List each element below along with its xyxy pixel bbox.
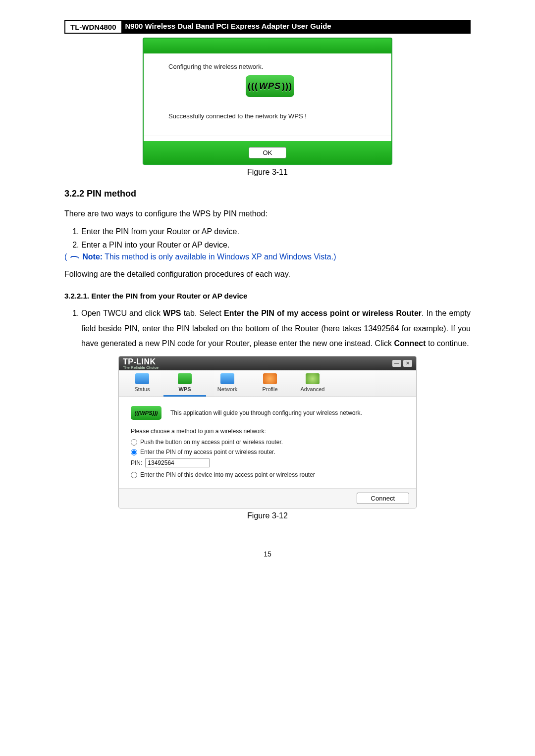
window-controls: — ✕ — [392, 360, 412, 367]
twcu-tab-bar: Status WPS Network Profile Advanced — [119, 370, 416, 397]
radio-push-button[interactable]: Push the button on my access point or wi… — [131, 439, 404, 446]
step-1: Open TWCU and click WPS tab. Select Ente… — [81, 306, 471, 351]
radio-enter-into-router[interactable]: Enter the PIN of this device into my acc… — [131, 471, 404, 478]
brand-logo: TP-LINK — [123, 357, 156, 366]
steps-list: Open TWCU and click WPS tab. Select Ente… — [64, 306, 471, 351]
choose-method-text: Please choose a method to join a wireles… — [131, 428, 404, 435]
header-title: N900 Wireless Dual Band PCI Express Adap… — [122, 20, 471, 33]
tab-advanced[interactable]: Advanced — [291, 373, 334, 397]
radio-push-input[interactable] — [131, 439, 137, 446]
twcu-wps-dialog: TP-LINK The Reliable Choice — ✕ Status W… — [118, 356, 417, 508]
tab-status[interactable]: Status — [121, 373, 163, 397]
note-hand-icon — [69, 253, 80, 260]
wps-success-text: Successfully connected to the network by… — [168, 112, 372, 121]
network-icon — [220, 373, 234, 384]
note-line: ( Note: This method is only available in… — [64, 252, 471, 261]
status-icon — [135, 373, 149, 384]
section-heading: 3.2.2 PIN method — [64, 189, 471, 199]
pin-label: PIN: — [131, 459, 142, 466]
profile-icon — [263, 373, 277, 384]
header-model: TL-WDN4800 — [64, 20, 122, 33]
radio-into-input[interactable] — [131, 472, 137, 478]
configuring-text: Configuring the wireless network. — [168, 62, 372, 71]
advanced-icon — [306, 373, 320, 384]
tab-network[interactable]: Network — [206, 373, 249, 397]
dialog-titlebar — [144, 39, 391, 53]
figure-caption-1: Figure 3-11 — [64, 168, 471, 177]
way-item-2: Enter a PIN into your Router or AP devic… — [81, 238, 471, 252]
tab-profile[interactable]: Profile — [249, 373, 291, 397]
minimize-icon[interactable]: — — [392, 360, 401, 367]
wps-small-logo-icon: WPS — [131, 406, 161, 420]
twcu-titlebar: TP-LINK The Reliable Choice — ✕ — [119, 356, 416, 370]
document-page: TL-WDN4800 N900 Wireless Dual Band PCI E… — [64, 0, 471, 588]
ok-button[interactable]: OK — [249, 147, 287, 158]
wps-success-dialog: Configuring the wireless network. WPS Su… — [143, 38, 392, 165]
radio-enter-pin[interactable]: Enter the PIN of my access point or wire… — [131, 449, 404, 455]
following-text: Following are the detailed configuration… — [64, 268, 471, 280]
radio-enter-input[interactable] — [131, 449, 137, 455]
ways-list: Enter the PIN from your Router or AP dev… — [64, 225, 471, 252]
wps-logo-icon: WPS — [246, 75, 294, 97]
subsection-heading: 3.2.2.1. Enter the PIN from your Router … — [64, 292, 471, 300]
twcu-intro-text: This application will guide you through … — [170, 409, 362, 416]
tab-wps[interactable]: WPS — [163, 373, 206, 397]
brand-tagline: The Reliable Choice — [123, 365, 159, 370]
connect-button[interactable]: Connect — [357, 493, 409, 504]
pin-input[interactable] — [145, 458, 210, 467]
close-icon[interactable]: ✕ — [403, 360, 412, 367]
page-header: TL-WDN4800 N900 Wireless Dual Band PCI E… — [64, 20, 471, 34]
page-number: 15 — [64, 550, 471, 558]
figure-caption-2: Figure 3-12 — [64, 511, 471, 520]
way-item-1: Enter the PIN from your Router or AP dev… — [81, 225, 471, 238]
wps-tab-icon — [178, 373, 192, 384]
section-intro: There are two ways to configure the WPS … — [64, 208, 471, 219]
